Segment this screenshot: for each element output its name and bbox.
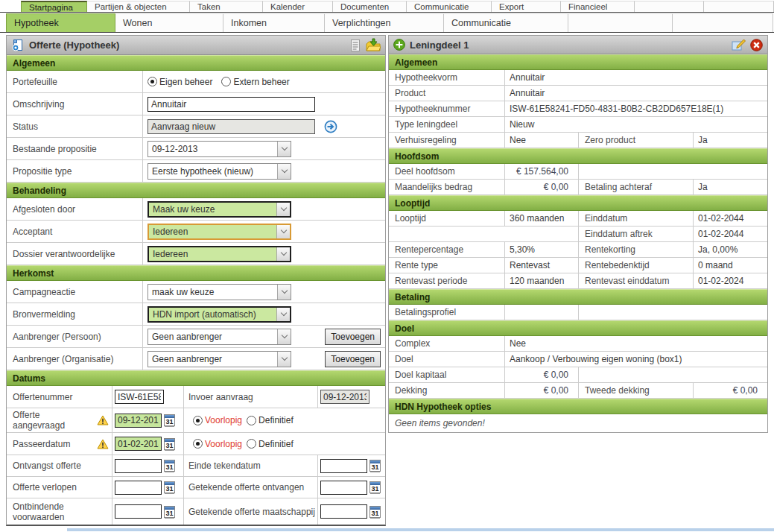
select-value: Iedereen xyxy=(149,227,276,237)
add-leningdeel-icon[interactable] xyxy=(393,39,405,51)
aanbrenger-organisatie-toevoegen-button[interactable]: Toevoegen xyxy=(325,351,381,367)
calendar-icon[interactable]: 31 xyxy=(164,481,175,493)
offertenummer-input[interactable] xyxy=(115,390,164,404)
getekende-ontvangen-input[interactable] xyxy=(320,481,367,495)
hypotheekvorm-value: Annuitair xyxy=(504,70,767,85)
calendar-icon[interactable]: 31 xyxy=(369,481,381,493)
offerte-aangevraagd-row: Offerte aangevraagd 31 Voorlopig xyxy=(7,408,385,433)
afgesloten-door-select[interactable]: Maak uw keuze xyxy=(147,201,291,218)
leningdeel-panel: Leningdeel 1 Algemeen Hypotheekvorm Annu… xyxy=(388,35,768,433)
section-hdn-opties: HDN Hypotheek opties xyxy=(389,399,767,414)
einde-tekendatum-input[interactable] xyxy=(320,459,367,473)
ontbindende-voorwaarden-row: Ontbindende voorwaarden 31 Getekende off… xyxy=(7,498,385,525)
chevron-down-icon xyxy=(276,225,290,238)
chevron-down-icon xyxy=(277,285,291,300)
acceptant-select[interactable]: Iedereen xyxy=(147,224,291,240)
offerte-panel-title: Offerte (Hypotheek) xyxy=(29,39,119,51)
rentevast-einddatum-label: Rentevast einddatum xyxy=(578,273,693,288)
tab-financieel[interactable]: Financieel xyxy=(561,1,635,12)
ontvangst-offerte-row: Ontvangst offerte 31 Einde tekendatum 31 xyxy=(7,455,385,477)
delete-leningdeel-icon[interactable] xyxy=(750,39,763,51)
campagneactie-select[interactable]: maak uw keuze xyxy=(147,284,291,300)
rentevast-periode-label: Rentevast periode xyxy=(389,273,504,288)
doel-label: Doel xyxy=(389,352,504,367)
tab-empty-8 xyxy=(635,1,704,12)
import-folder-icon[interactable] xyxy=(366,38,381,52)
leningdeel-panel-header: Leningdeel 1 xyxy=(389,36,767,54)
offerte-aangevraagd-radio-voorlopig[interactable]: Voorlopig xyxy=(193,415,242,425)
calendar-icon[interactable]: 31 xyxy=(164,438,175,450)
aanbrenger-organisatie-select[interactable]: Geen aanbrenger xyxy=(147,351,291,367)
subtab-wonen[interactable]: Wonen xyxy=(115,13,223,32)
subtab-verplichtingen[interactable]: Verplichtingen xyxy=(325,13,444,32)
zero-product-label: Zero product xyxy=(578,133,693,148)
subtab-inkomen[interactable]: Inkomen xyxy=(223,13,325,32)
tab-taken[interactable]: Taken xyxy=(190,1,263,12)
offerte-verlopen-label: Offerte verlopen xyxy=(13,482,77,493)
rentevast-periode-row: Rentevast periode 120 maanden Rentevast … xyxy=(389,273,767,289)
dossier-verantwoordelijke-select[interactable]: Iedereen xyxy=(147,246,291,262)
warning-icon xyxy=(97,415,109,425)
edit-leningdeel-icon[interactable] xyxy=(732,39,746,51)
calendar-icon[interactable]: 31 xyxy=(369,460,381,472)
passeerdatum-radio-definitief[interactable]: Definitief xyxy=(247,439,294,449)
rente-type-label: Rente type xyxy=(389,258,504,273)
rente-type-row: Rente type Rentevast Rentebedenktijd 0 m… xyxy=(389,258,767,273)
aanbrenger-persoon-toevoegen-button[interactable]: Toevoegen xyxy=(325,329,381,345)
bronvermelding-select[interactable]: HDN import (automatisch) xyxy=(147,306,291,323)
bestaande-propositie-select[interactable]: 09-12-2013 xyxy=(147,141,291,157)
tab-partijen-objecten[interactable]: Partijen & objecten xyxy=(87,1,190,12)
chevron-down-icon xyxy=(277,352,291,367)
tab-kalender[interactable]: Kalender xyxy=(263,1,333,12)
betalingsprofiel-value xyxy=(504,305,578,320)
getekende-maatschappij-input[interactable] xyxy=(320,504,367,519)
radio-label: Voorlopig xyxy=(205,439,242,449)
deel-hoofdsom-value: € 157.564,00 xyxy=(504,164,578,179)
einddatum-value: 01-02-2044 xyxy=(693,211,767,226)
offerte-aangevraagd-input[interactable] xyxy=(115,414,162,428)
propositie-type-select[interactable]: Eerste hypotheek (nieuw) xyxy=(147,163,291,180)
product-row: Product Annuitair xyxy=(389,86,767,101)
offerte-aangevraagd-radio-definitief[interactable]: Definitief xyxy=(247,415,294,425)
secondary-tab-bar: HypotheekWonenInkomenVerplichtingenCommu… xyxy=(0,13,774,33)
tab-export[interactable]: Export xyxy=(492,1,561,12)
passeerdatum-input[interactable] xyxy=(115,437,162,451)
calendar-icon[interactable]: 31 xyxy=(164,414,175,426)
acceptant-row: Acceptant Iedereen xyxy=(7,221,385,243)
omschrijving-row: Omschrijving xyxy=(7,93,385,115)
calendar-icon[interactable]: 31 xyxy=(164,506,175,518)
ontvangst-offerte-input[interactable] xyxy=(115,459,162,473)
subtab-hypotheek[interactable]: Hypotheek xyxy=(6,13,115,32)
ontbindende-voorwaarden-input[interactable] xyxy=(115,504,162,519)
rentepercentage-label: Rentepercentage xyxy=(389,242,504,257)
propositie-type-row: Propositie type Eerste hypotheek (nieuw) xyxy=(7,160,385,183)
omschrijving-input[interactable] xyxy=(147,97,315,112)
aanbrenger-persoon-select[interactable]: Geen aanbrenger xyxy=(147,329,291,345)
radio-unselected-icon xyxy=(247,439,256,449)
empty-cell xyxy=(389,227,578,241)
hypotheeknummer-label: Hypotheeknummer xyxy=(389,101,504,116)
tab-documenten[interactable]: Documenten xyxy=(333,1,407,12)
portefeuille-radio-extern-beheer[interactable]: Extern beheer xyxy=(221,77,289,87)
portefeuille-radio-eigen-beheer[interactable]: Eigen beheer xyxy=(147,77,212,87)
subtab-communicatie[interactable]: Communicatie xyxy=(444,13,568,32)
horizontal-scrollbar[interactable] xyxy=(67,528,774,531)
offerte-panel: Offerte (Hypotheek) Algemeen Portefeuill… xyxy=(6,35,386,526)
radio-unselected-icon xyxy=(221,77,231,86)
tab-communicatie[interactable]: Communicatie xyxy=(407,1,492,12)
offerte-verlopen-row: Offerte verlopen 31 Getekende offerte on… xyxy=(7,477,385,498)
passeerdatum-radio-voorlopig[interactable]: Voorlopig xyxy=(193,439,242,449)
report-icon[interactable] xyxy=(349,39,361,52)
offerte-verlopen-input[interactable] xyxy=(115,481,162,495)
calendar-icon[interactable]: 31 xyxy=(369,506,381,518)
calendar-icon[interactable]: 31 xyxy=(164,460,175,472)
leningdeel-panel-title: Leningdeel 1 xyxy=(410,39,469,51)
status-go-arrow-icon[interactable] xyxy=(324,120,337,133)
getekende-ontvangen-label: Getekende offerte ontvangen xyxy=(188,482,304,493)
section-doel: Doel xyxy=(389,320,767,336)
radio-label: Extern beheer xyxy=(233,77,289,87)
propositie-type-label: Propositie type xyxy=(7,160,143,182)
passeerdatum-label: Passeerdatum xyxy=(13,439,70,449)
looptijd-row: Looptijd 360 maanden Einddatum 01-02-204… xyxy=(389,211,767,227)
tab-startpagina[interactable]: Startpagina xyxy=(21,1,87,12)
